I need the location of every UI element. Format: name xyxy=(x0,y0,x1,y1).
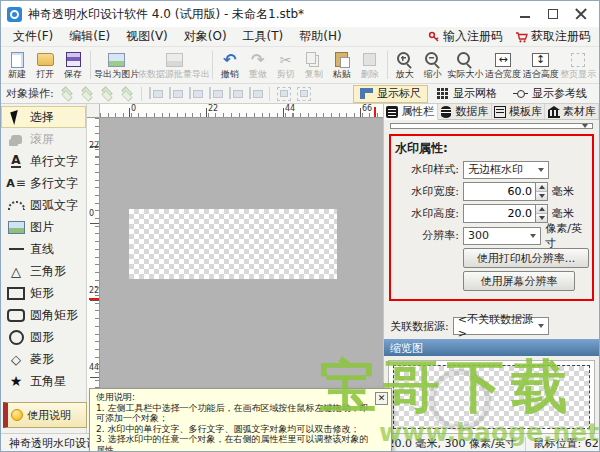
zoom-in-button[interactable]: 放大 xyxy=(391,48,419,82)
layer-op-icon xyxy=(79,86,96,101)
actual-size-label: 实际大小 xyxy=(447,69,483,79)
site-watermark-url: www.baoge.net xyxy=(379,420,599,445)
fit-height-button[interactable]: 适合高度 xyxy=(522,48,560,82)
batch-export-label: 依数据源批量导出 xyxy=(138,69,210,79)
toolbar-separator xyxy=(212,51,213,79)
redo-label: 重做 xyxy=(249,69,267,79)
undo-label: 撤销 xyxy=(221,69,239,79)
h-ruler-label: 44 xyxy=(285,105,295,113)
tab-materials-label: 素材库 xyxy=(563,104,596,119)
ruler-icon xyxy=(360,88,373,99)
tab-materials[interactable]: 素材库 xyxy=(545,104,599,119)
guides-icon xyxy=(513,89,528,99)
spinner-up-icon[interactable] xyxy=(536,183,547,192)
object-selector-dropdown[interactable] xyxy=(390,123,593,129)
tool-star[interactable]: 五角星 xyxy=(1,370,86,392)
use-printer-resolution-button[interactable]: 使用打印机分辨率... xyxy=(463,248,589,268)
tool-line[interactable]: 直线 xyxy=(1,238,86,260)
open-button[interactable]: 打开 xyxy=(31,48,59,82)
tab-database[interactable]: 数据库 xyxy=(438,104,492,119)
tool-circle[interactable]: 圆形 xyxy=(1,326,86,348)
datasource-dropdown[interactable]: <不关联数据源> xyxy=(453,317,549,335)
tool-triangle[interactable]: 三角形 xyxy=(1,260,86,282)
help-button[interactable]: 使用说明 xyxy=(3,402,87,428)
toolbox: 选择 滚屏 单行文字 多行文字 圆弧文字 图片 直线 三角形 矩形 圆角矩形 圆… xyxy=(1,104,87,433)
help-button-label: 使用说明 xyxy=(27,408,71,423)
show-grid-toggle[interactable]: 显示网格 xyxy=(430,85,504,103)
fit-width-button[interactable]: 适合宽度 xyxy=(484,48,522,82)
menu-tools[interactable]: 工具(T) xyxy=(235,28,292,45)
align-op-icon xyxy=(247,86,264,101)
material-library-icon xyxy=(548,106,560,118)
zoom-out-button[interactable]: 缩小 xyxy=(419,48,447,82)
width-row: 水印宽度: 毫米 xyxy=(395,182,588,201)
resolution-dropdown[interactable]: 300 xyxy=(463,227,541,245)
tool-image[interactable]: 图片 xyxy=(1,216,86,238)
tool-rounded-rectangle[interactable]: 圆角矩形 xyxy=(1,304,86,326)
tab-templates[interactable]: 模板库 xyxy=(492,104,546,119)
get-code-button[interactable]: 获取注册码 xyxy=(515,28,591,45)
distribute-op-icon xyxy=(295,86,312,101)
layer-op-icon xyxy=(99,86,116,101)
show-guides-toggle[interactable]: 显示参考线 xyxy=(506,85,594,103)
datasource-row: 关联数据源: <不关联数据源> xyxy=(390,317,593,335)
spinner-up-icon[interactable] xyxy=(536,205,547,214)
save-button[interactable]: 保存 xyxy=(59,48,87,82)
style-label: 水印样式: xyxy=(395,162,459,177)
tool-diamond[interactable]: 菱形 xyxy=(1,348,86,370)
menu-help[interactable]: 帮助(H) xyxy=(291,28,349,45)
delete-label: 删除 xyxy=(361,69,379,79)
tool-arc-text[interactable]: 圆弧文字 xyxy=(1,194,86,216)
cursor-icon xyxy=(5,108,27,126)
menubar: 文件(F) 编辑(E) 视图(V) 对象(O) 工具(T) 帮助(H) 输入注册… xyxy=(1,27,599,47)
watermark-height-input[interactable] xyxy=(463,204,535,223)
actual-size-button[interactable]: 实际大小 xyxy=(447,48,485,82)
cart-icon xyxy=(515,31,528,43)
menu-object[interactable]: 对象(O) xyxy=(176,28,235,45)
menu-file[interactable]: 文件(F) xyxy=(5,28,61,45)
grid-icon xyxy=(437,88,440,91)
h-ruler-label: 22 xyxy=(208,105,218,113)
zoom-in-label: 放大 xyxy=(396,69,414,79)
menu-view[interactable]: 视图(V) xyxy=(118,28,176,45)
tool-rectangle[interactable]: 矩形 xyxy=(1,282,86,304)
tab-properties-label: 属性栏 xyxy=(401,104,434,119)
watermark-width-input[interactable] xyxy=(463,182,535,201)
horizontal-ruler[interactable]: 0 22 44 66 xyxy=(100,104,383,118)
undo-button[interactable]: 撤销 xyxy=(216,48,244,82)
hand-icon xyxy=(5,130,27,148)
open-label: 打开 xyxy=(36,69,54,79)
datasource-value: <不关联数据源> xyxy=(458,312,538,340)
tool-multi-line-text[interactable]: 多行文字 xyxy=(1,172,86,194)
show-ruler-toggle[interactable]: 显示标尺 xyxy=(353,85,428,103)
tool-single-line-text[interactable]: 单行文字 xyxy=(1,150,86,172)
multi-text-icon xyxy=(5,174,27,192)
toolbar-separator xyxy=(141,87,142,101)
use-screen-resolution-button[interactable]: 使用屏幕分辨率 xyxy=(463,271,575,291)
paste-button[interactable]: 粘贴 xyxy=(328,48,356,82)
tab-database-label: 数据库 xyxy=(455,104,488,119)
align-op-icon xyxy=(167,86,184,101)
export-image-button[interactable]: 导出为图片 xyxy=(94,48,139,82)
spinner-down-icon[interactable] xyxy=(536,192,547,200)
close-icon[interactable] xyxy=(575,8,587,20)
maximize-icon[interactable] xyxy=(547,8,559,20)
tool-select[interactable]: 选择 xyxy=(1,106,86,128)
tab-properties[interactable]: 属性栏 xyxy=(384,104,438,120)
menu-edit[interactable]: 编辑(E) xyxy=(61,28,118,45)
style-row: 水印样式: 无边框水印 xyxy=(395,160,588,179)
site-watermark-text: 宝哥下载 xyxy=(319,358,575,415)
save-icon xyxy=(64,52,82,68)
watermark-canvas[interactable] xyxy=(129,209,337,279)
height-unit: 毫米 xyxy=(552,206,574,221)
object-operations-bar: 对象操作: 显示标尺 显示网格 显示参考线 xyxy=(1,84,599,104)
new-button[interactable]: 新建 xyxy=(3,48,31,82)
tool-diamond-label: 菱形 xyxy=(30,351,54,368)
minimize-icon[interactable] xyxy=(519,8,531,20)
watermark-style-dropdown[interactable]: 无边框水印 xyxy=(463,161,549,179)
vertical-ruler[interactable]: 22 0 22 44 xyxy=(87,118,100,433)
enter-code-button[interactable]: 输入注册码 xyxy=(428,28,503,45)
diamond-icon xyxy=(5,350,27,368)
help-line: 2. 水印中的单行文字、多行文字、圆弧文字对象均可以双击修改； xyxy=(96,424,375,435)
chevron-down-icon xyxy=(538,168,544,172)
